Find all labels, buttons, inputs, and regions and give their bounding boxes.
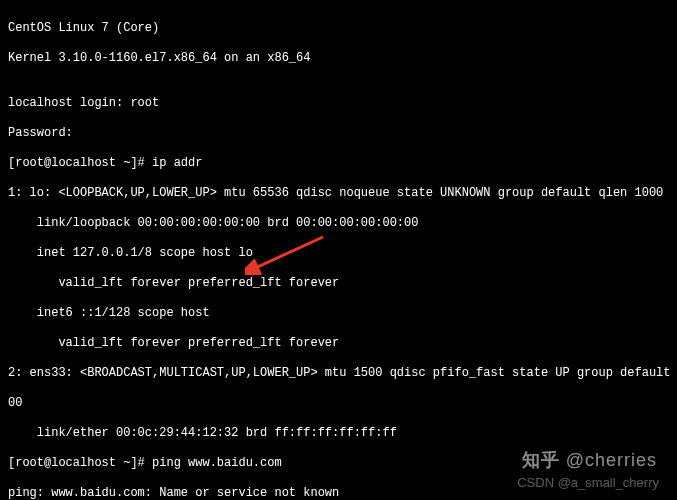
terminal-line: valid_lft forever preferred_lft forever [8, 336, 669, 351]
watermark-zhihu: 知乎 @cherries [522, 453, 657, 468]
terminal-line: Password: [8, 126, 669, 141]
terminal-line: 1: lo: <LOOPBACK,UP,LOWER_UP> mtu 65536 … [8, 186, 669, 201]
terminal-line: inet6 ::1/128 scope host [8, 306, 669, 321]
terminal-line: 00 [8, 396, 669, 411]
terminal-line: link/ether 00:0c:29:44:12:32 brd ff:ff:f… [8, 426, 669, 441]
csdn-handle: CSDN @a_small_cherry [517, 475, 659, 490]
zhihu-logo-icon: 知乎 [522, 453, 560, 468]
terminal-line: [root@localhost ~]# ip addr [8, 156, 669, 171]
terminal-line: link/loopback 00:00:00:00:00:00 brd 00:0… [8, 216, 669, 231]
terminal-line: Kernel 3.10.0-1160.el7.x86_64 on an x86_… [8, 51, 669, 66]
terminal-line: inet 127.0.0.1/8 scope host lo [8, 246, 669, 261]
terminal-line: valid_lft forever preferred_lft forever [8, 276, 669, 291]
terminal-line: localhost login: root [8, 96, 669, 111]
zhihu-handle: @cherries [566, 453, 657, 468]
terminal-output: CentOS Linux 7 (Core) Kernel 3.10.0-1160… [0, 0, 677, 500]
watermark-csdn: CSDN @a_small_cherry [517, 475, 659, 490]
terminal-line: 2: ens33: <BROADCAST,MULTICAST,UP,LOWER_… [8, 366, 669, 381]
terminal-line: CentOS Linux 7 (Core) [8, 21, 669, 36]
